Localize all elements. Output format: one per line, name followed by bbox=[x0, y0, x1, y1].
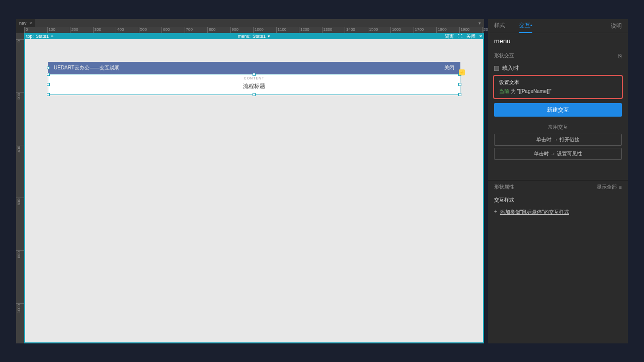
tab-notes[interactable]: 说明 bbox=[611, 19, 622, 33]
selected-widget[interactable]: CONTENT 流程标题 ⚡ bbox=[48, 74, 460, 95]
close-state-button[interactable]: 关闭 bbox=[466, 33, 475, 40]
add-interaction-icon[interactable]: ⎘ bbox=[618, 53, 622, 59]
resize-handle-tc[interactable] bbox=[253, 73, 256, 76]
common-set-visibility-button[interactable]: 单击时 → 设置可见性 bbox=[494, 148, 622, 160]
resize-handle-mr[interactable] bbox=[458, 83, 461, 86]
add-interaction-style-button[interactable]: + 添加类似"鼠标悬停"的交互样式 bbox=[488, 207, 628, 218]
flow-title-text: 流程标题 bbox=[48, 82, 460, 90]
state-left-group[interactable]: top: State1 » bbox=[26, 34, 53, 39]
common-open-link-button[interactable]: 单击时 → 打开链接 bbox=[494, 134, 622, 146]
state-menu-value: State1 bbox=[253, 34, 266, 39]
action-title: 设置文本 bbox=[499, 79, 617, 86]
widget-header-close[interactable]: 关闭 bbox=[444, 64, 454, 71]
event-checkbox[interactable] bbox=[494, 66, 499, 71]
document-tab-bar: nav × ▾ bbox=[16, 19, 484, 27]
chevron-down-icon: ▾ bbox=[268, 34, 270, 39]
common-interactions-label: 常用交互 bbox=[488, 124, 628, 131]
tab-interactions[interactable]: 交互• bbox=[519, 19, 532, 33]
state-menu-label: menu: bbox=[238, 34, 251, 39]
tab-dropdown[interactable]: ▾ bbox=[475, 21, 484, 26]
canvas[interactable]: UEDART云办公——交互说明 关闭 CONTENT 流程标题 ⚡ bbox=[24, 39, 484, 343]
event-row-onload[interactable]: 载入时 bbox=[488, 62, 628, 74]
editor-frame: nav × ▾ 01002003004005006007008009001000… bbox=[16, 19, 484, 343]
ruler-corner bbox=[16, 33, 24, 39]
chevron-down-icon: ▾ bbox=[478, 21, 481, 26]
inspector-panel: 样式 交互• 说明 menu 形状交互 ⎘ 载入时 设置文本 当前 为 "[[P… bbox=[488, 19, 628, 343]
expand-icon[interactable]: ⛶ bbox=[458, 34, 462, 39]
ruler-vertical: 02004006008001000 bbox=[16, 39, 24, 343]
state-center-group[interactable]: menu: State1 ▾ bbox=[238, 34, 270, 39]
new-interaction-button[interactable]: 新建交互 bbox=[494, 103, 622, 117]
resize-handle-bc[interactable] bbox=[253, 93, 256, 96]
add-style-text: 添加类似"鼠标悬停"的交互样式 bbox=[500, 209, 569, 216]
object-name[interactable]: menu bbox=[488, 33, 628, 49]
event-name: 载入时 bbox=[502, 64, 519, 72]
rotate-handle[interactable] bbox=[47, 66, 50, 69]
resize-handle-ml[interactable] bbox=[47, 83, 50, 86]
menu-icon: ≡ bbox=[619, 185, 622, 190]
shape-interactions-header: 形状交互 ⎘ bbox=[488, 49, 628, 62]
resize-handle-tl[interactable] bbox=[47, 73, 50, 76]
isolate-button[interactable]: 隔离 bbox=[445, 33, 454, 40]
close-icon[interactable]: × bbox=[479, 34, 482, 39]
shape-interactions-label: 形状交互 bbox=[494, 52, 514, 59]
inspector-tabs: 样式 交互• 说明 bbox=[488, 19, 628, 33]
action-description: 当前 为 "[[PageName]]" bbox=[499, 88, 617, 95]
widget-header-bar[interactable]: UEDART云办公——交互说明 关闭 bbox=[48, 62, 460, 74]
ruler-horizontal: 0100200300400500600700800900100011001200… bbox=[24, 27, 484, 33]
shape-attributes-header: 形状属性 显示全部 ≡ bbox=[488, 180, 628, 194]
state-top-value: State1 bbox=[36, 34, 49, 39]
document-tab[interactable]: nav × bbox=[16, 19, 35, 27]
close-icon[interactable]: × bbox=[30, 21, 32, 26]
interaction-bolt-icon[interactable]: ⚡ bbox=[459, 69, 465, 75]
content-label: CONTENT bbox=[48, 76, 460, 80]
resize-handle-br[interactable] bbox=[458, 93, 461, 96]
resize-handle-bl[interactable] bbox=[47, 93, 50, 96]
tab-label: nav bbox=[19, 21, 27, 26]
widget-header-title: UEDART云办公——交互说明 bbox=[54, 64, 120, 71]
state-right-group: 隔离 ⛶ 关闭 × bbox=[445, 33, 482, 40]
shape-attributes-label: 形状属性 bbox=[494, 184, 514, 191]
plus-icon: + bbox=[494, 209, 497, 216]
interaction-style-label: 交互样式 bbox=[488, 194, 628, 207]
chevron-right-icon: » bbox=[51, 34, 53, 39]
state-top-label: top: bbox=[26, 34, 34, 39]
tab-style[interactable]: 样式 bbox=[494, 19, 505, 33]
action-highlight-box[interactable]: 设置文本 当前 为 "[[PageName]]" bbox=[493, 75, 623, 99]
show-all-button[interactable]: 显示全部 ≡ bbox=[597, 184, 622, 191]
state-bar: top: State1 » menu: State1 ▾ 隔离 ⛶ 关闭 × bbox=[24, 33, 484, 39]
